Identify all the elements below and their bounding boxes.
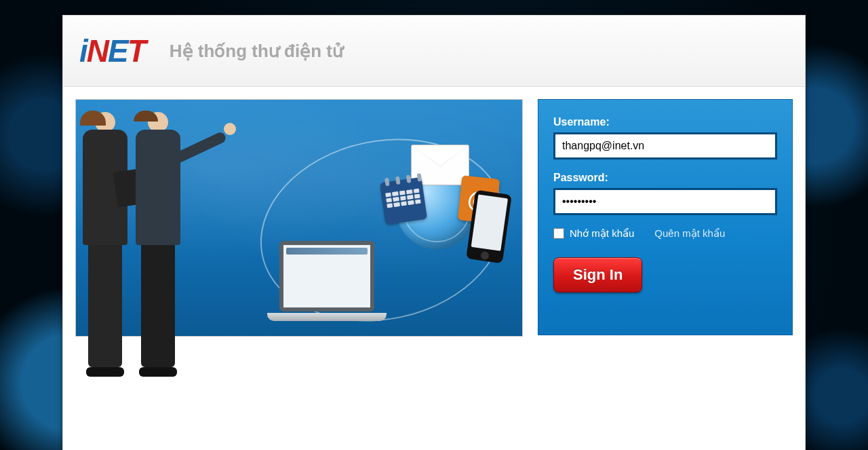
password-input[interactable] bbox=[553, 188, 777, 215]
logo-letter-t: T bbox=[127, 33, 145, 69]
logo-letter-e: E bbox=[108, 33, 127, 69]
brand-logo: iNET bbox=[79, 35, 145, 67]
brand-tagline: Hệ thống thư điện tử bbox=[170, 41, 343, 62]
header-bar: iNET Hệ thống thư điện tử bbox=[63, 16, 805, 87]
businessman-icon bbox=[136, 112, 180, 377]
hero-illustration: @ bbox=[75, 99, 523, 337]
logo-letter-n: N bbox=[87, 33, 108, 69]
password-label: Password: bbox=[553, 172, 777, 184]
username-input[interactable] bbox=[553, 132, 777, 160]
laptop-icon bbox=[270, 241, 384, 321]
login-panel: iNET Hệ thống thư điện tử @ bbox=[62, 15, 806, 450]
content-area: @ bbox=[63, 87, 805, 357]
password-group: Password: bbox=[553, 172, 777, 215]
login-form: Username: Password: Nhớ mật khẩu Quên mậ… bbox=[538, 99, 793, 335]
remember-label: Nhớ mật khẩu bbox=[570, 227, 634, 240]
sign-in-button[interactable]: Sign In bbox=[553, 257, 642, 293]
calendar-icon bbox=[380, 177, 427, 225]
options-row: Nhớ mật khẩu Quên mật khẩu bbox=[553, 227, 777, 240]
username-label: Username: bbox=[553, 116, 777, 128]
businesswoman-icon bbox=[83, 112, 127, 377]
username-group: Username: bbox=[553, 116, 777, 160]
logo-letter-i: i bbox=[79, 33, 87, 69]
remember-password-option[interactable]: Nhớ mật khẩu bbox=[553, 227, 634, 240]
forgot-password-link[interactable]: Quên mật khẩu bbox=[654, 227, 725, 240]
remember-checkbox[interactable] bbox=[553, 228, 564, 239]
